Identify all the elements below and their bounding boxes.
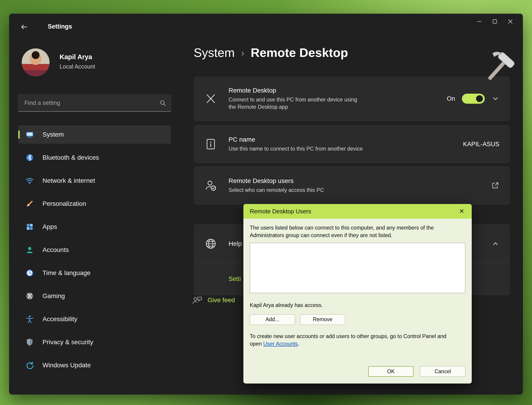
dialog-description: The users listed below can connect to th…: [250, 224, 465, 239]
card-title: Help: [229, 240, 242, 247]
page-title: Remote Desktop: [251, 46, 348, 60]
search-box[interactable]: [18, 94, 171, 112]
remote-desktop-toggle[interactable]: [462, 94, 485, 104]
sidebar-item-label: Time & language: [42, 269, 91, 277]
avatar: [21, 48, 50, 76]
window-title: Settings: [48, 23, 72, 30]
add-button[interactable]: Add...: [250, 314, 295, 325]
card-title: PC name: [229, 136, 363, 143]
privacy-security-icon: [25, 338, 34, 347]
sidebar-nav: System Bluetooth & devices Network & int…: [18, 125, 171, 379]
network-icon: [25, 176, 34, 185]
sidebar-item-label: Windows Update: [42, 362, 91, 369]
dialog-title: Remote Desktop Users: [250, 208, 311, 215]
sidebar-item-label: Bluetooth & devices: [42, 154, 99, 161]
help-related-link[interactable]: Setti: [229, 276, 241, 283]
system-icon: [25, 130, 34, 139]
chevron-up-icon[interactable]: [492, 240, 499, 248]
sidebar-item-windows-update[interactable]: Windows Update: [18, 356, 171, 374]
card-description: Use this name to connect to this PC from…: [229, 145, 363, 152]
sidebar-item-privacy-security[interactable]: Privacy & security: [18, 333, 171, 351]
cancel-button[interactable]: Cancel: [420, 366, 465, 377]
access-note: Kapil Arya already has access.: [250, 302, 465, 308]
user-check-icon: [204, 179, 217, 192]
hammer-cursor-icon: [479, 49, 518, 88]
accounts-icon: [25, 245, 34, 255]
remote-desktop-users-card[interactable]: Remote Desktop users Select who can remo…: [194, 166, 510, 205]
sidebar-item-label: Network & internet: [42, 177, 95, 184]
user-account-type: Local Account: [60, 63, 95, 70]
feedback-icon: [192, 295, 203, 305]
sidebar-item-gaming[interactable]: Gaming: [18, 287, 171, 305]
sidebar-item-label: Accessibility: [42, 316, 77, 323]
accessibility-icon: [25, 315, 34, 324]
card-description: Connect to and use this PC from another …: [229, 96, 361, 111]
dialog-footer-text: To create new user accounts or add users…: [250, 333, 450, 348]
ok-button[interactable]: OK: [368, 366, 413, 377]
time-language-icon: [25, 268, 34, 277]
maximize-button[interactable]: [487, 14, 503, 28]
sidebar-item-network-internet[interactable]: Network & internet: [18, 172, 171, 190]
breadcrumb-parent[interactable]: System: [194, 46, 235, 60]
dialog-close-icon[interactable]: ✕: [457, 206, 467, 216]
sidebar-item-label: Accounts: [42, 246, 69, 254]
bluetooth-icon: [25, 153, 34, 162]
back-arrow-icon: [20, 23, 28, 31]
toggle-state-label: On: [447, 95, 455, 102]
pc-name-card: PC name Use this name to connect to this…: [194, 125, 510, 163]
users-listbox[interactable]: [250, 243, 465, 293]
breadcrumb: System › Remote Desktop: [194, 46, 348, 60]
pc-name-value: KAPIL-ASUS: [463, 141, 499, 148]
user-accounts-link[interactable]: User Accounts: [263, 341, 298, 347]
sidebar-item-accounts[interactable]: Accounts: [18, 241, 171, 259]
dialog-titlebar: Remote Desktop Users ✕: [243, 204, 472, 219]
gaming-icon: [25, 291, 34, 301]
sidebar-item-apps[interactable]: Apps: [18, 218, 171, 236]
footer-after: .: [298, 341, 299, 347]
remove-button[interactable]: Remove: [300, 314, 345, 325]
window-controls: [472, 14, 518, 28]
dialog-body: The users listed below can connect to th…: [243, 219, 472, 384]
card-title: Remote Desktop: [229, 87, 361, 94]
remote-desktop-users-dialog: Remote Desktop Users ✕ The users listed …: [243, 204, 472, 384]
pc-name-icon: [204, 138, 217, 150]
remote-desktop-card[interactable]: Remote Desktop Connect to and use this P…: [194, 76, 510, 121]
chevron-right-icon: ›: [241, 47, 244, 59]
minimize-button[interactable]: [472, 14, 487, 28]
give-feedback-link[interactable]: Give feed: [192, 295, 235, 305]
external-link-icon[interactable]: [491, 181, 499, 189]
toggle-knob: [476, 95, 483, 102]
sidebar-item-label: Apps: [42, 223, 57, 230]
sidebar-item-time-language[interactable]: Time & language: [18, 264, 171, 282]
card-description: Select who can remotely access this PC: [229, 186, 324, 194]
back-button[interactable]: [18, 22, 31, 32]
search-input[interactable]: [24, 99, 159, 107]
globe-icon: [204, 237, 217, 250]
card-title: Remote Desktop users: [229, 177, 324, 185]
windows-update-icon: [25, 361, 34, 370]
sidebar-item-label: Gaming: [42, 292, 65, 300]
user-name: Kapil Arya: [60, 53, 92, 61]
remote-desktop-icon: [204, 92, 217, 105]
feedback-label: Give feed: [207, 297, 235, 304]
chevron-down-icon[interactable]: [492, 95, 499, 102]
sidebar-item-label: Privacy & security: [42, 338, 93, 346]
personalization-icon: [25, 199, 34, 208]
sidebar-item-label: Personalization: [42, 200, 86, 207]
search-icon: [159, 99, 166, 107]
sidebar-item-label: System: [42, 131, 64, 138]
sidebar-item-system[interactable]: System: [18, 125, 171, 144]
apps-icon: [25, 222, 34, 231]
close-button[interactable]: [503, 14, 518, 28]
sidebar-item-bluetooth-devices[interactable]: Bluetooth & devices: [18, 148, 171, 167]
sidebar-item-accessibility[interactable]: Accessibility: [18, 310, 171, 328]
sidebar-item-personalization[interactable]: Personalization: [18, 195, 171, 213]
